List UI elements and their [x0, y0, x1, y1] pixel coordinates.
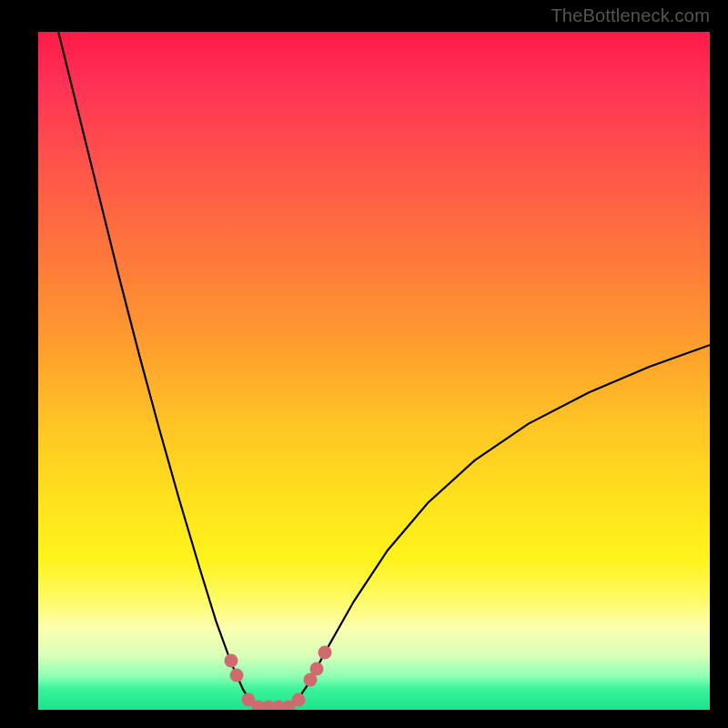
data-marker	[224, 654, 238, 668]
chart-frame: TheBottleneck.com	[0, 0, 728, 728]
data-marker	[292, 693, 306, 706]
data-marker	[230, 669, 244, 682]
plot-area	[38, 32, 710, 710]
data-marker	[318, 645, 332, 659]
bottleneck-curve	[58, 32, 710, 708]
data-marker	[309, 662, 323, 675]
curve-svg	[38, 32, 710, 710]
watermark-text: TheBottleneck.com	[551, 5, 710, 26]
